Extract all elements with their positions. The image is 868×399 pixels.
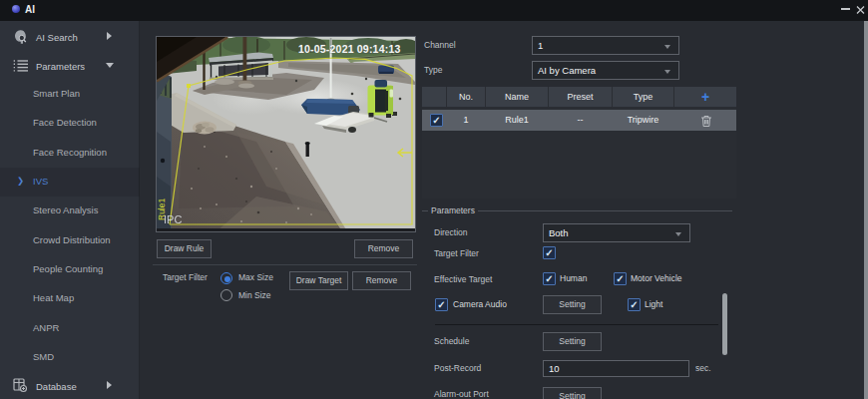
svg-text:IPC: IPC [164, 213, 182, 225]
svg-text:10-05-2021 09:14:13: 10-05-2021 09:14:13 [298, 43, 400, 55]
